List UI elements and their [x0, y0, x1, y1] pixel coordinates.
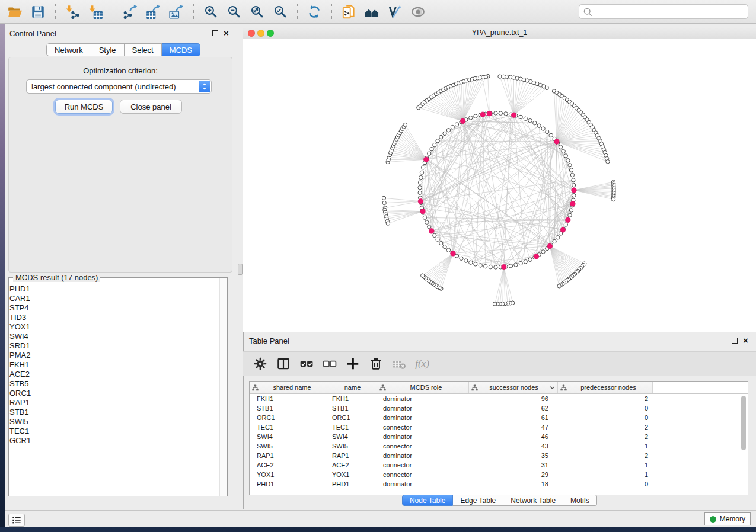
cell-name[interactable]: ACE2 [328, 462, 377, 469]
delete-column-icon[interactable] [368, 356, 384, 371]
tab-select[interactable]: Select [125, 43, 162, 56]
cell-MCDS-role[interactable]: dominator [377, 452, 469, 459]
cell-MCDS-role[interactable]: connector [377, 462, 469, 469]
search-input[interactable] [592, 7, 744, 17]
split-columns-icon[interactable] [276, 356, 291, 371]
cell-shared-name[interactable]: ORC1 [250, 414, 328, 421]
cell-MCDS-role[interactable]: dominator [377, 433, 469, 440]
cell-MCDS-role[interactable]: connector [377, 424, 469, 431]
cell-MCDS-role[interactable]: dominator [377, 405, 469, 412]
cell-predecessor-nodes[interactable]: 2 [558, 424, 653, 431]
table-row[interactable]: YOX1YOX1connector291 [250, 470, 748, 479]
close-panel-icon[interactable]: × [224, 30, 229, 37]
tab-network-table[interactable]: Network Table [503, 495, 563, 506]
float-panel-icon[interactable] [212, 30, 218, 36]
float-panel-icon[interactable] [732, 338, 738, 344]
zoom-fit-icon[interactable] [248, 4, 266, 20]
run-mcds-button[interactable]: Run MCDS [55, 100, 113, 114]
export-image-icon[interactable] [167, 4, 185, 20]
cell-predecessor-nodes[interactable]: 1 [558, 443, 653, 450]
cell-successor-nodes[interactable]: 47 [469, 424, 558, 431]
cell-predecessor-nodes[interactable]: 1 [558, 462, 653, 469]
tab-network[interactable]: Network [46, 43, 91, 56]
table-row[interactable]: SWI4SWI4dominator462 [250, 432, 748, 441]
cell-shared-name[interactable]: YOX1 [250, 471, 328, 478]
cell-MCDS-role[interactable]: connector [377, 471, 469, 478]
cell-successor-nodes[interactable]: 18 [469, 480, 558, 488]
column-header-name[interactable]: name [328, 382, 377, 393]
export-network-icon[interactable] [121, 4, 139, 20]
close-panel-button[interactable]: Close panel [120, 100, 182, 114]
save-icon[interactable] [29, 4, 47, 20]
column-header-predecessor-nodes[interactable]: predecessor nodes [558, 382, 653, 393]
zoom-selected-icon[interactable] [271, 4, 289, 20]
mcds-hub-node[interactable] [420, 209, 426, 214]
table-row[interactable]: RAP1RAP1dominator352 [250, 451, 748, 460]
close-panel-icon[interactable]: × [743, 337, 748, 344]
gear-icon[interactable] [253, 356, 268, 371]
mcds-hub-node[interactable] [560, 227, 566, 233]
select-all-checks-icon[interactable] [299, 356, 314, 371]
mcds-hub-node[interactable] [429, 229, 435, 234]
first-neighbors-icon[interactable] [363, 4, 381, 20]
table-row[interactable]: SWI5SWI5connector431 [250, 441, 748, 451]
cell-predecessor-nodes[interactable]: 0 [558, 414, 653, 421]
new-network-from-selection-icon[interactable] [340, 4, 358, 20]
result-node-item[interactable]: YOX1 [9, 322, 205, 332]
column-header-MCDS-role[interactable]: MCDS role [377, 382, 469, 393]
graphics-details-icon[interactable] [386, 4, 404, 20]
cell-name[interactable]: STB1 [328, 405, 377, 412]
mcds-hub-node[interactable] [418, 199, 423, 204]
add-column-icon[interactable] [345, 356, 361, 371]
table-row[interactable]: TEC1TEC1connector472 [250, 422, 748, 432]
cell-predecessor-nodes[interactable]: 1 [558, 471, 653, 478]
table-row[interactable]: FKH1FKH1dominator962 [250, 394, 748, 403]
network-canvas[interactable] [243, 39, 756, 332]
result-node-item[interactable]: SRD1 [9, 341, 205, 351]
cell-successor-nodes[interactable]: 43 [469, 443, 558, 450]
cell-MCDS-role[interactable]: dominator [377, 480, 469, 488]
task-history-button[interactable] [8, 514, 25, 527]
cell-shared-name[interactable]: RAP1 [250, 452, 328, 459]
result-node-item[interactable]: ACE2 [9, 370, 205, 379]
cell-name[interactable]: YOX1 [328, 471, 377, 478]
cell-successor-nodes[interactable]: 35 [469, 452, 558, 459]
cell-successor-nodes[interactable]: 46 [469, 433, 558, 440]
result-node-item[interactable]: FKH1 [9, 360, 205, 370]
result-node-item[interactable]: GCR1 [9, 436, 205, 446]
tab-motifs[interactable]: Motifs [563, 495, 597, 506]
tab-edge-table[interactable]: Edge Table [453, 495, 503, 506]
result-node-item[interactable]: CAR1 [9, 294, 205, 303]
mcds-hub-node[interactable] [570, 201, 576, 207]
zoom-in-icon[interactable] [202, 4, 219, 20]
mcds-hub-node[interactable] [566, 217, 571, 223]
cell-predecessor-nodes[interactable]: 2 [558, 395, 653, 402]
result-node-item[interactable]: PHD1 [9, 284, 205, 294]
mcds-hub-node[interactable] [534, 254, 539, 259]
cell-name[interactable]: TEC1 [328, 424, 377, 431]
cell-shared-name[interactable]: ACE2 [250, 462, 328, 469]
cell-MCDS-role[interactable]: dominator [377, 395, 469, 402]
cell-successor-nodes[interactable]: 31 [469, 462, 558, 469]
result-scrollbar[interactable] [219, 278, 227, 496]
mcds-hub-node[interactable] [487, 111, 492, 116]
show-hide-graphics-icon[interactable] [409, 4, 427, 20]
result-node-item[interactable]: TEC1 [9, 427, 205, 436]
mcds-hub-node[interactable] [511, 113, 516, 118]
result-node-item[interactable]: RAP1 [9, 398, 205, 408]
tab-mcds[interactable]: MCDS [162, 43, 200, 56]
cell-shared-name[interactable]: FKH1 [250, 395, 328, 402]
cell-shared-name[interactable]: TEC1 [250, 424, 328, 431]
tab-style[interactable]: Style [91, 43, 125, 56]
result-node-item[interactable]: STP4 [9, 303, 205, 313]
cell-shared-name[interactable]: SWI5 [250, 443, 328, 450]
memory-button[interactable]: Memory [704, 512, 751, 525]
import-network-icon[interactable] [63, 4, 81, 20]
result-node-item[interactable]: SWI4 [9, 332, 205, 341]
import-table-icon[interactable] [87, 4, 104, 20]
deselect-checks-icon[interactable] [322, 356, 337, 371]
tab-node-table[interactable]: Node Table [402, 495, 454, 506]
mcds-hub-node[interactable] [502, 264, 507, 270]
cell-name[interactable]: ORC1 [328, 414, 377, 421]
mcds-hub-node[interactable] [554, 139, 560, 145]
